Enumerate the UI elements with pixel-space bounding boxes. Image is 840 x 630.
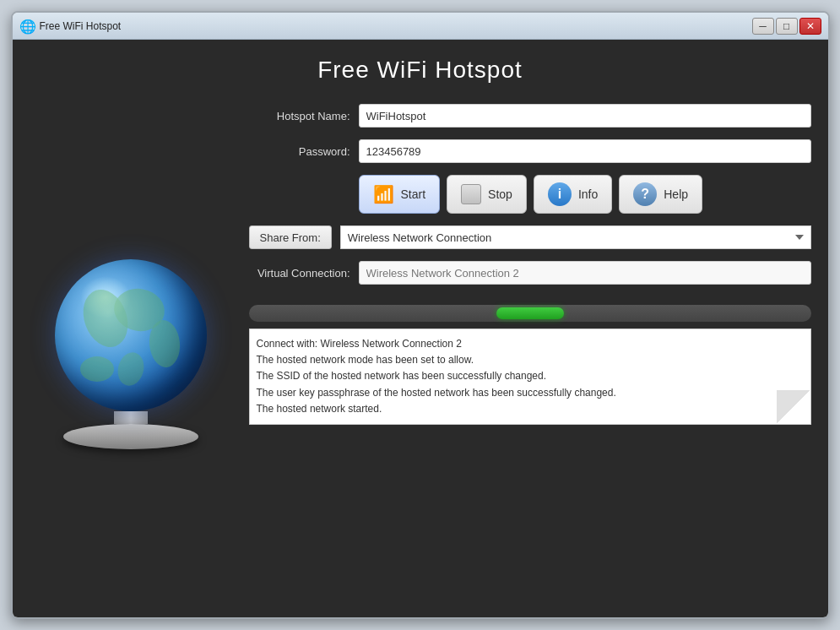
globe-area [30,104,232,600]
titlebar: 🌐 Free WiFi Hotspot ─ □ ✕ [13,13,828,40]
hotspot-name-input[interactable] [359,104,811,128]
password-row: Password: [249,139,811,163]
app-window: 🌐 Free WiFi Hotspot ─ □ ✕ Free WiFi Hots… [11,11,830,619]
help-icon: ? [633,182,657,206]
bottom-section: Connect with: Wireless Network Connectio… [249,305,811,425]
stop-label: Stop [488,187,512,201]
hotspot-name-label: Hotspot Name: [249,110,350,122]
progress-bar [496,307,564,319]
info-icon: i [548,182,572,206]
log-line: The user key passphrase of the hosted ne… [257,385,804,401]
globe-sphere [55,259,207,411]
wifi-icon: 📶 [373,184,394,204]
start-label: Start [401,187,426,201]
info-button[interactable]: i Info [534,175,612,214]
share-from-row: Share From: Wireless Network Connection … [249,225,811,249]
share-from-button[interactable]: Share From: [249,225,332,249]
password-input[interactable] [359,139,811,163]
virtual-connection-label: Virtual Connection: [249,267,350,280]
start-button[interactable]: 📶 Start [359,175,441,214]
svg-point-4 [114,350,147,388]
titlebar-title: Free WiFi Hotspot [40,20,752,32]
app-title: Free WiFi Hotspot [317,57,523,84]
hotspot-name-row: Hotspot Name: [249,104,811,128]
stop-icon [461,184,481,204]
minimize-button[interactable]: ─ [752,18,774,35]
maximize-button[interactable]: □ [776,18,798,35]
svg-point-3 [80,356,114,382]
globe-base [63,424,198,449]
close-button[interactable]: ✕ [799,18,821,35]
virtual-connection-input[interactable] [359,261,811,285]
app-icon: 🌐 [19,19,35,34]
virtual-connection-row: Virtual Connection: [249,261,811,285]
action-buttons: 📶 Start Stop i Info ? Help [359,175,811,214]
globe-stem [114,411,148,424]
progress-bar-container [249,305,811,322]
log-line: Connect with: Wireless Network Connectio… [257,336,804,352]
titlebar-buttons: ─ □ ✕ [752,18,821,35]
share-from-select[interactable]: Wireless Network Connection Local Area C… [340,225,811,249]
log-line: The SSID of the hosted network has been … [257,368,804,384]
content-row: Hotspot Name: Password: 📶 Start [30,104,811,600]
password-label: Password: [249,145,350,158]
log-area[interactable]: Connect with: Wireless Network Connectio… [249,329,811,425]
form-area: Hotspot Name: Password: 📶 Start [249,104,811,600]
log-line: The hosted network started. [257,401,804,417]
globe-graphic [46,259,215,445]
help-button[interactable]: ? Help [619,175,702,214]
log-line: The hosted network mode has been set to … [257,352,804,368]
info-label: Info [578,187,598,201]
main-content: Free WiFi Hotspot [13,40,828,617]
help-label: Help [664,187,688,201]
stop-button[interactable]: Stop [447,175,527,214]
